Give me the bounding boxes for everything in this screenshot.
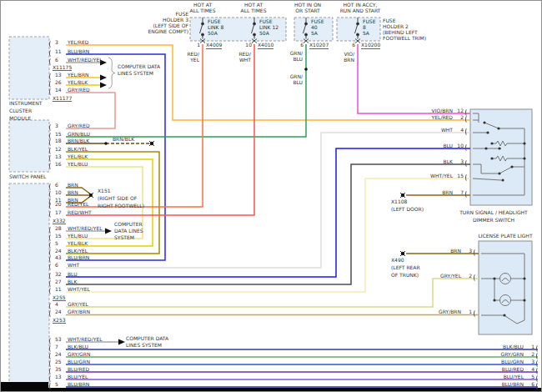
pin-number: 7: [55, 344, 65, 350]
sp-pin: 32BLU: [49, 270, 78, 278]
wire-label: BRN: [334, 57, 354, 63]
connector-id: X255: [53, 294, 66, 301]
pin-number: 15: [457, 173, 464, 179]
data-lines-label: LINES SYSTEM: [126, 342, 162, 348]
pin-number: 6: [528, 381, 534, 388]
dimmer-pin: YEL/RED2: [376, 113, 470, 121]
instrument-cluster-label: INSTRUMENT: [9, 100, 42, 106]
fuse-rating: 50A: [208, 30, 218, 36]
edge-pin: GRY/GRN2: [464, 350, 541, 358]
hot-at-label: HOT AT: [178, 2, 228, 8]
sp-pin: 7BLK/BLU: [49, 343, 88, 350]
pin-number: 24: [55, 351, 65, 358]
x490-label: X490: [391, 257, 404, 263]
pin-number: 7: [457, 189, 464, 196]
wire-label: BLK/BLU: [503, 344, 524, 350]
instrument-cluster-label: CLUSTER: [9, 108, 32, 113]
data-lines-label: DATA LINES: [114, 228, 143, 234]
pin-number: 2: [457, 114, 464, 121]
wire-label: WHT: [231, 57, 251, 63]
pin-number: 3: [55, 39, 65, 46]
wire-label: GRN/: [283, 73, 303, 79]
connector-id: X11175: [53, 64, 72, 71]
dimmer-pin: BLK3: [376, 158, 470, 165]
sp-pin: 11WHT/YEL: [49, 285, 90, 293]
ic-pin: 26YEL/BLK: [49, 78, 88, 86]
pin-number: 3: [528, 359, 534, 365]
sp-pin: 24GRY/GRN: [49, 350, 90, 358]
fuse-pin: 1X4009: [192, 42, 222, 49]
hot-at-label: HOT AT: [228, 2, 279, 8]
wire-label: YEL/BLK: [68, 240, 88, 247]
pin-number: 2: [465, 273, 472, 279]
pin-number: 4: [457, 127, 464, 133]
fuse-holder3-label: (LEFT SIDE OF: [136, 23, 188, 28]
grn-blu-junction: [304, 68, 308, 71]
wire-label: BLU/BRN: [68, 254, 89, 261]
wire-label: YEL/RED: [432, 114, 453, 121]
pin-number: 5: [528, 374, 534, 380]
wire-label: GRY/RED: [68, 123, 90, 129]
data-lines-label: COMPUTER DATA: [126, 335, 168, 341]
pin-number: 32: [55, 271, 65, 278]
dimmer-switch-label: DIMMER SWITCH: [447, 217, 540, 223]
wire-label: BRN: [450, 248, 461, 254]
pin-number: 6: [347, 42, 355, 49]
x151-location: (RIGHT SIDE OF: [98, 195, 137, 201]
sp-pin: 12BLK/YEL: [49, 145, 88, 153]
wire-label: BLU: [443, 143, 453, 149]
pin-number: 10: [457, 143, 464, 149]
pin-number: 10: [55, 189, 65, 196]
fuse-name: LINK 12: [259, 24, 279, 30]
data-lines-label: COMPUTER DATA: [118, 63, 160, 69]
pin-number: 11: [55, 48, 65, 55]
wire-gry-yel: [66, 279, 479, 307]
edge-pin: BLU/YEL5: [464, 373, 541, 380]
pin-number: 1: [465, 309, 472, 315]
ic-pin: 11BLU/BRN: [49, 48, 89, 55]
sp-pin: 16YEL/BLU: [49, 160, 88, 168]
wire-label: RED/WHT: [68, 209, 92, 216]
wire-label: BLU: [283, 79, 303, 85]
dimmer-switch-label: TURN SIGNAL / HEADLIGHT: [447, 209, 540, 215]
pin-number: 3: [55, 123, 65, 129]
wire-vio-brn: [358, 44, 470, 113]
brn-blk-splice-icon: [149, 141, 154, 146]
hot-in-on-label: HOT IN ON: [283, 2, 333, 8]
fuse-rating: 5A: [363, 30, 369, 36]
wire-label: BLU: [283, 56, 303, 62]
sp-pin: 17RED/WHT: [49, 209, 92, 216]
x151-location: RIGHT FOOTWELL): [98, 203, 144, 209]
edge-pin: BLK/BLU1: [464, 343, 541, 350]
pin-number: 3: [457, 158, 464, 165]
sp-pin: 5YEL/BLK: [49, 239, 88, 247]
pin-number: 3: [465, 248, 472, 254]
x151-label: X151: [98, 188, 111, 193]
edge-pin: BLU/BRN6: [464, 380, 541, 388]
pin-number: 5: [55, 240, 65, 247]
fuse-name: 8: [363, 24, 366, 30]
pin-number: 13: [55, 374, 65, 380]
sp-pin: 28WHT/RED/YEL: [49, 224, 103, 232]
wire-label: RED/: [231, 51, 251, 57]
wire-label: BLK: [444, 158, 453, 165]
pin-number: 13: [55, 72, 65, 78]
wire-label: BLU/RED: [502, 366, 524, 373]
brn-blk-junction: [104, 142, 108, 145]
pin-number: 14: [55, 87, 65, 93]
fuse-pin: 6X10207: [295, 42, 329, 49]
pin-number: 6: [55, 57, 65, 63]
fuse-rating: 50A: [259, 30, 269, 36]
dimmer-pin: BRN7: [376, 188, 470, 196]
wire-label: BLU/YEL: [504, 374, 524, 380]
wire-label: YEL/BLU: [68, 233, 88, 239]
sp-pin: 18BRN/BLK: [49, 137, 89, 144]
pin-number: 26: [55, 79, 65, 86]
instrument-cluster-label: MODULE: [9, 115, 31, 121]
wire-label: GRY/BRN: [439, 309, 461, 315]
connector-id: X332: [53, 218, 66, 224]
fuse-holder2-label: FOOTWELL TRIM): [383, 35, 426, 41]
sp-pin: 35BLU/RED: [49, 365, 89, 373]
pin-number: 5: [55, 381, 65, 388]
sp-pin: 13YEL/BLK: [49, 153, 88, 160]
